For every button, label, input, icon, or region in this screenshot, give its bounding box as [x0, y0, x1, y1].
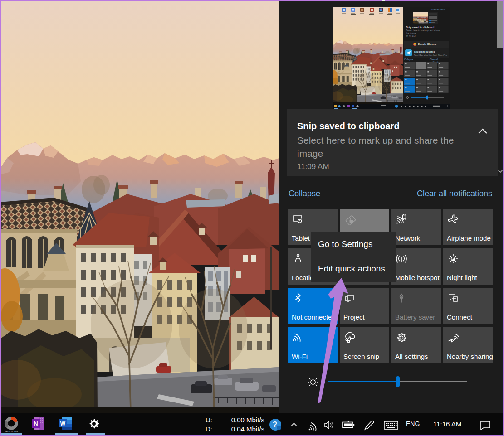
svg-text:N: N [34, 420, 38, 427]
svg-text:?: ? [273, 420, 278, 429]
svg-text:W: W [60, 421, 66, 427]
svg-text:PHOTOSCAPE: PHOTOSCAPE [5, 431, 18, 433]
svg-text:i: i [279, 426, 279, 430]
